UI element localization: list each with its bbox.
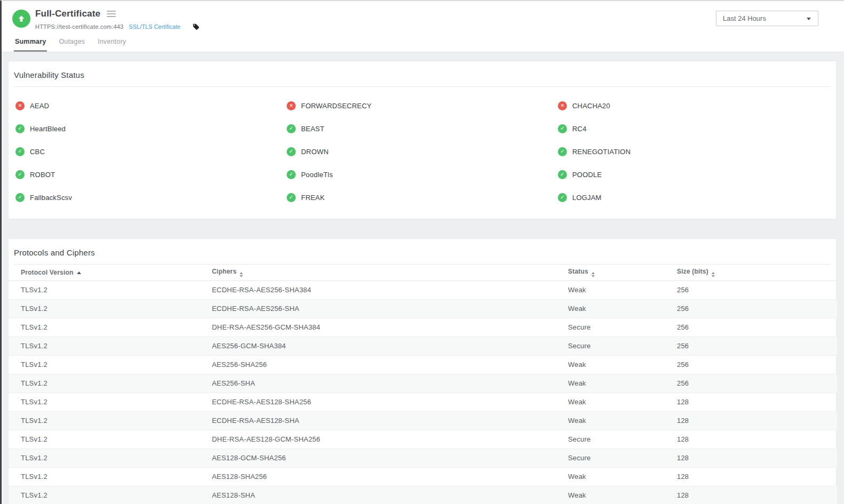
page-body: Vulnerability Status ✕AEAD✕FORWARDSECREC…	[2, 52, 844, 504]
tabs: SummaryOutagesInventory	[14, 38, 138, 52]
vulnerability-item-robot: ✓ROBOT	[15, 167, 287, 182]
vulnerability-item-logjam: ✓LOGJAM	[558, 190, 829, 205]
table-row: TLSv1.2AES128-SHA256Weak128	[9, 467, 837, 486]
status-cell: Weak	[568, 411, 677, 430]
tab-inventory[interactable]: Inventory	[97, 38, 127, 52]
cipher-cell: DHE-RSA-AES128-GCM-SHA256	[212, 430, 568, 449]
status-cell: Weak	[568, 281, 677, 299]
column-header-protocol-version[interactable]: Protocol Version	[9, 265, 212, 281]
vulnerability-label: ROBOT	[30, 171, 55, 179]
protocol-version-cell: TLSv1.2	[9, 411, 212, 430]
table-row: TLSv1.2ECDHE-RSA-AES256-SHAWeak256	[9, 299, 837, 318]
status-cell: Secure	[568, 337, 677, 355]
vulnerability-item-forwardsecrecy: ✕FORWARDSECRECY	[287, 98, 558, 113]
size-cell: 256	[677, 337, 837, 355]
vulnerability-label: FallbackScsv	[30, 194, 72, 202]
vulnerability-label: RENEGOTIATION	[572, 148, 630, 156]
vulnerability-label: FORWARDSECRECY	[301, 102, 372, 110]
status-cell: Weak	[568, 486, 677, 504]
protocol-version-cell: TLSv1.2	[9, 393, 212, 411]
arrow-up-icon	[17, 14, 26, 23]
tab-outages[interactable]: Outages	[58, 38, 86, 52]
status-cell: Weak	[568, 355, 677, 374]
protocols-ciphers-title: Protocols and Ciphers	[14, 248, 831, 257]
column-label: Size (bits)	[677, 268, 708, 275]
cross-icon: ✕	[558, 101, 567, 110]
vulnerability-item-poodle: ✓POODLE	[558, 167, 829, 182]
monitor-up-icon	[12, 10, 30, 28]
size-cell: 128	[677, 449, 837, 467]
vulnerability-item-beast: ✓BEAST	[287, 121, 558, 136]
vulnerability-label: RC4	[572, 125, 587, 133]
column-header-size-bits[interactable]: Size (bits)	[677, 265, 837, 281]
vulnerability-item-poodletls: ✓PoodleTls	[287, 167, 558, 182]
protocol-version-cell: TLSv1.2	[9, 467, 212, 486]
ciphers-table: Protocol VersionCiphersStatusSize (bits)…	[9, 265, 837, 504]
cross-icon: ✕	[15, 101, 25, 110]
column-header-status[interactable]: Status	[568, 265, 677, 281]
size-cell: 128	[677, 411, 837, 430]
status-cell: Weak	[568, 299, 677, 318]
vulnerability-item-rc4: ✓RC4	[558, 121, 829, 136]
vulnerability-status-title: Vulnerability Status	[14, 70, 831, 79]
table-row: TLSv1.2AES128-GCM-SHA256Secure128	[9, 449, 837, 467]
check-icon: ✓	[287, 124, 296, 133]
check-icon: ✓	[15, 147, 25, 156]
check-icon: ✓	[15, 170, 25, 179]
vulnerability-item-freak: ✓FREAK	[287, 190, 558, 205]
check-icon: ✓	[558, 147, 567, 156]
protocol-version-cell: TLSv1.2	[9, 449, 212, 467]
hamburger-menu-icon[interactable]	[107, 9, 116, 19]
tag-icon[interactable]	[192, 23, 200, 30]
vulnerability-label: HeartBleed	[30, 125, 66, 133]
column-header-ciphers[interactable]: Ciphers	[212, 265, 568, 281]
protocol-version-cell: TLSv1.2	[9, 337, 212, 355]
size-cell: 256	[677, 374, 837, 393]
cipher-cell: ECDHE-RSA-AES256-SHA	[212, 299, 568, 318]
vulnerability-item-renegotiation: ✓RENEGOTIATION	[558, 144, 829, 159]
check-icon: ✓	[15, 124, 25, 133]
time-range-value: Last 24 Hours	[723, 14, 766, 22]
protocol-version-cell: TLSv1.2	[9, 374, 212, 393]
protocol-version-cell: TLSv1.2	[9, 281, 212, 299]
cipher-cell: AES256-GCM-SHA384	[212, 337, 568, 355]
tab-summary[interactable]: Summary	[14, 38, 47, 52]
cipher-cell: AES256-SHA256	[212, 355, 568, 374]
protocol-version-cell: TLSv1.2	[9, 486, 212, 504]
monitor-url: HTTPS://test-certificate.com:443	[35, 23, 123, 30]
size-cell: 128	[677, 467, 837, 486]
protocol-version-cell: TLSv1.2	[9, 299, 212, 318]
time-range-select[interactable]: Last 24 Hours	[716, 11, 818, 26]
vulnerability-item-drown: ✓DROWN	[287, 144, 558, 159]
check-icon: ✓	[15, 193, 25, 202]
vulnerability-item-cbc: ✓CBC	[15, 144, 287, 159]
vulnerability-label: DROWN	[301, 148, 329, 156]
table-row: TLSv1.2ECDHE-RSA-AES128-SHA256Weak128	[9, 393, 837, 411]
protocol-version-cell: TLSv1.2	[9, 430, 212, 449]
vulnerability-label: CBC	[30, 148, 45, 156]
table-row: TLSv1.2ECDHE-RSA-AES256-SHA384Weak256	[9, 281, 837, 299]
size-cell: 256	[677, 355, 837, 374]
column-label: Status	[568, 268, 588, 275]
size-cell: 256	[677, 299, 837, 318]
cipher-cell: DHE-RSA-AES256-GCM-SHA384	[212, 318, 568, 337]
column-label: Protocol Version	[21, 269, 74, 276]
sort-icon	[591, 272, 595, 277]
table-header-row: Protocol VersionCiphersStatusSize (bits)	[9, 265, 837, 281]
table-row: TLSv1.2ECDHE-RSA-AES128-SHAWeak128	[9, 411, 837, 430]
sort-icon	[712, 272, 715, 277]
vulnerability-label: LOGJAM	[572, 194, 602, 202]
cipher-cell: ECDHE-RSA-AES128-SHA256	[212, 393, 568, 411]
vulnerability-item-heartbleed: ✓HeartBleed	[15, 121, 287, 136]
size-cell: 128	[677, 430, 837, 449]
protocol-version-cell: TLSv1.2	[9, 318, 212, 337]
table-row: TLSv1.2AES256-SHA256Weak256	[9, 355, 837, 374]
cipher-cell: AES128-SHA256	[212, 467, 568, 486]
status-cell: Weak	[568, 467, 677, 486]
table-row: TLSv1.2AES128-SHAWeak128	[9, 486, 837, 504]
status-cell: Weak	[568, 393, 677, 411]
monitor-type-link[interactable]: SSL/TLS Certificate	[129, 23, 180, 30]
check-icon: ✓	[287, 147, 296, 156]
cross-icon: ✕	[287, 101, 296, 110]
cipher-cell: AES128-GCM-SHA256	[212, 449, 568, 467]
